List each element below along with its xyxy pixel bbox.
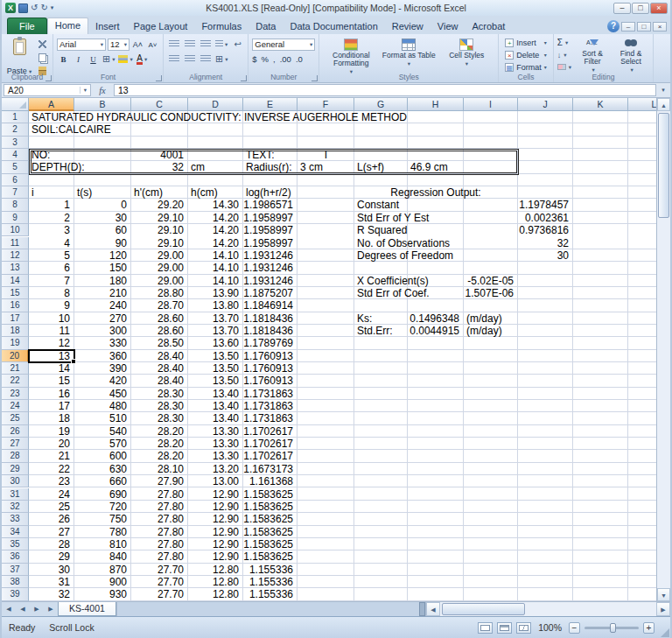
row-header-35[interactable]: 35 (2, 538, 29, 550)
cell-C30[interactable]: 27.90 (131, 475, 184, 487)
cell-D26[interactable]: 13.30 (188, 425, 239, 438)
close-button[interactable] (650, 3, 668, 14)
cell-J12[interactable]: 30 (518, 249, 569, 262)
cell-G5[interactable]: L(s+f) (357, 161, 384, 173)
cell-E25[interactable]: 1.1731863 (243, 412, 293, 424)
column-header-E[interactable]: E (243, 98, 298, 111)
decrease-decimal-button[interactable]: .0 (296, 54, 303, 64)
cell-E28[interactable]: 1.1702617 (243, 450, 293, 462)
row-header-37[interactable]: 37 (2, 564, 29, 576)
row-header-33[interactable]: 33 (2, 513, 29, 525)
row-header-26[interactable]: 26 (2, 425, 29, 438)
cell-A28[interactable]: 21 (29, 450, 70, 462)
cell-D29[interactable]: 13.20 (188, 463, 239, 475)
cell-C24[interactable]: 28.30 (131, 400, 184, 412)
cell-B38[interactable]: 900 (74, 576, 127, 588)
cell-E13[interactable]: 1.1931246 (243, 262, 293, 274)
insert-function-button[interactable]: fx (93, 86, 112, 95)
redo-icon[interactable]: ↻ (40, 3, 47, 13)
minimize-button[interactable] (613, 3, 631, 14)
cell-A38[interactable]: 31 (29, 576, 70, 588)
cell-B27[interactable]: 570 (74, 438, 127, 450)
scroll-down-icon[interactable]: ▼ (657, 588, 670, 601)
cell-A13[interactable]: 6 (29, 262, 70, 274)
cell-D34[interactable]: 12.90 (188, 526, 239, 538)
resize-grip[interactable] (661, 628, 669, 637)
cell-B23[interactable]: 450 (74, 388, 127, 400)
tab-split-handle[interactable] (419, 602, 425, 616)
cell-C16[interactable]: 28.70 (131, 299, 184, 312)
cell-B18[interactable]: 300 (74, 325, 127, 337)
cell-C26[interactable]: 28.20 (131, 425, 184, 438)
tab-data[interactable]: Data (248, 18, 283, 34)
cell-B28[interactable]: 600 (74, 450, 127, 462)
cell-E15[interactable]: 1.1875207 (243, 287, 293, 299)
cell-C4[interactable]: 4001 (131, 149, 184, 161)
cell-E17[interactable]: 1.1818436 (243, 312, 293, 325)
cell-E5[interactable]: Radius(r): (246, 161, 292, 173)
borders-button[interactable]: ▾ (102, 53, 116, 65)
cell-D22[interactable]: 13.50 (188, 375, 239, 387)
clear-button[interactable]: ▾ (557, 61, 571, 73)
cell-I18[interactable]: (m/day) (466, 325, 502, 337)
column-header-D[interactable]: D (188, 98, 243, 111)
cell-D23[interactable]: 13.40 (188, 388, 239, 400)
cell-G14[interactable]: X Coefficient(s) (357, 275, 429, 287)
cell-E18[interactable]: 1.1818436 (243, 325, 293, 337)
cell-A37[interactable]: 30 (29, 564, 70, 576)
cell-D39[interactable]: 12.80 (188, 588, 239, 600)
row-header-9[interactable]: 9 (2, 212, 29, 224)
cell-D12[interactable]: 14.10 (188, 249, 239, 262)
align-middle-button[interactable] (183, 39, 196, 50)
cell-D8[interactable]: 14.30 (188, 199, 239, 211)
cell-E7[interactable]: log(h+r/2) (246, 186, 291, 199)
cell-A23[interactable]: 16 (29, 388, 70, 400)
cell-I15[interactable]: 1.507E-06 (464, 287, 514, 299)
accounting-format-button[interactable]: $ (252, 54, 256, 64)
cell-A5[interactable]: DEPTH(D): (32, 161, 85, 173)
column-header-J[interactable]: J (518, 98, 573, 111)
percent-style-button[interactable]: % (262, 54, 269, 64)
cell-D14[interactable]: 14.10 (188, 275, 239, 287)
cell-D18[interactable]: 13.70 (188, 325, 239, 337)
cell-E39[interactable]: 1.155336 (243, 588, 293, 600)
cell-C12[interactable]: 29.00 (131, 249, 184, 262)
cell-A32[interactable]: 25 (29, 501, 70, 513)
cell-E22[interactable]: 1.1760913 (243, 375, 293, 387)
zoom-slider[interactable] (584, 627, 639, 629)
sheet-nav-last-icon[interactable]: ▶ (44, 602, 58, 616)
cell-E32[interactable]: 1.1583625 (243, 501, 293, 513)
cells-button-insert[interactable]: Insert▾ (502, 37, 550, 48)
cell-A9[interactable]: 2 (29, 212, 70, 224)
file-tab[interactable]: File (7, 18, 47, 34)
column-header-G[interactable]: G (354, 98, 408, 111)
cell-B32[interactable]: 720 (74, 501, 127, 513)
row-header-16[interactable]: 16 (2, 299, 29, 312)
cell-D33[interactable]: 12.90 (188, 513, 239, 525)
number-format-select[interactable]: General▾ (252, 39, 315, 51)
cell-B8[interactable]: 0 (74, 199, 127, 211)
cell-C5[interactable]: 32 (131, 161, 184, 173)
scroll-right-icon[interactable]: ▶ (656, 602, 670, 616)
cell-A8[interactable]: 1 (29, 199, 70, 211)
column-header-B[interactable]: B (74, 98, 131, 111)
cell-C39[interactable]: 27.70 (131, 588, 184, 600)
horizontal-scroll-thumb[interactable] (442, 603, 525, 615)
cell-A4[interactable]: NO: (32, 149, 50, 161)
cell-B21[interactable]: 390 (74, 362, 127, 375)
cells-button-delete[interactable]: Delete▾ (502, 49, 550, 60)
column-header-K[interactable]: K (573, 98, 628, 111)
cell-C15[interactable]: 28.80 (131, 287, 184, 299)
cell-A12[interactable]: 5 (29, 249, 70, 262)
column-header-A[interactable]: A (29, 98, 74, 111)
cell-A26[interactable]: 19 (29, 425, 70, 438)
cell-E27[interactable]: 1.1702617 (243, 438, 293, 450)
zoom-out-button[interactable]: − (569, 622, 580, 634)
row-header-8[interactable]: 8 (2, 199, 29, 211)
cell-B10[interactable]: 60 (74, 224, 127, 236)
cell-A29[interactable]: 22 (29, 463, 70, 475)
cell-A18[interactable]: 11 (29, 325, 70, 337)
font-size-select[interactable]: 12▾ (108, 39, 130, 51)
vertical-scroll-thumb[interactable] (658, 113, 669, 218)
cell-C25[interactable]: 28.30 (131, 412, 184, 424)
